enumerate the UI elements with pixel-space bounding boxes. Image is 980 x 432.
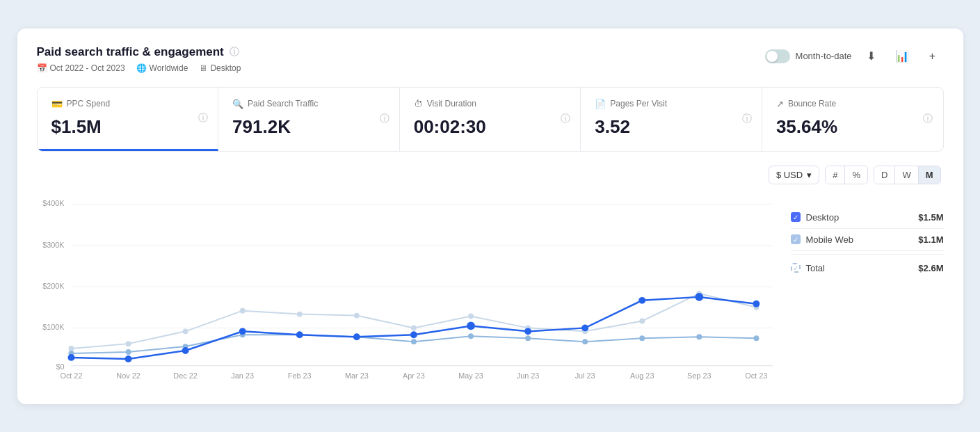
metric-name-bounce_rate: Bounce Rate — [788, 99, 836, 109]
metric-value-ppc_spend: $1.5M — [51, 116, 204, 138]
legend-total-checkbox[interactable]: ✓ — [791, 263, 801, 273]
header-right: Month-to-date ⬇ 📊 + — [765, 45, 944, 67]
metric-icon-bounce_rate: ↗ — [776, 99, 784, 109]
mobile-web-dot — [468, 333, 474, 339]
svg-text:Jan 23: Jan 23 — [231, 371, 254, 379]
total-dot — [410, 325, 416, 330]
metric-info-icon-paid_search_traffic[interactable]: ⓘ — [380, 113, 389, 125]
metric-icon-ppc_spend: 💳 — [51, 99, 63, 109]
percent-view-button[interactable]: % — [845, 166, 867, 184]
svg-text:Apr 23: Apr 23 — [402, 371, 424, 379]
title-row: Paid search traffic & engagement ⓘ — [37, 45, 241, 59]
chart-svg-wrap: $400K $300K $200K $100K $0 — [37, 193, 780, 390]
header: Paid search traffic & engagement ⓘ 📅 Oct… — [37, 45, 944, 73]
total-dot — [639, 318, 645, 323]
chart-container: $400K $300K $200K $100K $0 — [37, 193, 944, 390]
svg-text:May 23: May 23 — [458, 371, 483, 379]
svg-text:$0: $0 — [56, 362, 64, 370]
metric-label-visit_duration: ⏱ Visit Duration — [414, 99, 567, 109]
metric-label-ppc_spend: 💳 PPC Spend — [51, 99, 204, 109]
metrics-row: 💳 PPC Spend $1.5M ⓘ 🔍 Paid Search Traffi… — [37, 87, 944, 152]
device-meta: 🖥 Desktop — [199, 63, 241, 73]
desktop-dot — [524, 328, 531, 335]
chart-svg: $400K $300K $200K $100K $0 — [37, 193, 780, 387]
toggle-label: Month-to-date — [796, 51, 852, 61]
download-button[interactable]: ⬇ — [860, 45, 883, 67]
title-info-icon[interactable]: ⓘ — [230, 46, 239, 58]
month-view-button[interactable]: M — [919, 166, 940, 184]
metric-name-paid_search_traffic: Paid Search Traffic — [248, 99, 318, 109]
svg-text:Jun 23: Jun 23 — [516, 371, 539, 379]
hash-view-button[interactable]: # — [826, 166, 845, 184]
metric-name-visit_duration: Visit Duration — [427, 99, 476, 109]
mobile-web-dot — [696, 334, 702, 339]
legend-mobile-checkbox[interactable]: ✓ — [791, 234, 801, 244]
total-dot — [182, 328, 188, 334]
month-to-date-toggle[interactable] — [765, 49, 790, 63]
chart-area: $ USD ▾ # % D W M $400K $300K $200K $100 — [37, 166, 944, 390]
metric-name-ppc_spend: PPC Spend — [67, 99, 111, 109]
desktop-dot — [753, 300, 760, 307]
metric-label-pages_per_visit: 📄 Pages Per Visit — [595, 99, 748, 109]
metric-info-icon-visit_duration[interactable]: ⓘ — [561, 113, 570, 125]
legend-total-value: $2.6M — [918, 263, 943, 273]
legend-desktop-checkbox[interactable]: ✓ — [791, 212, 801, 222]
currency-select[interactable]: $ USD ▾ — [769, 166, 819, 184]
total-dot — [68, 346, 74, 351]
mobile-web-dot — [125, 349, 131, 355]
legend-item-mobile-web: ✓ Mobile Web $1.1M — [791, 229, 944, 251]
svg-text:$400K: $400K — [42, 199, 65, 207]
metric-value-visit_duration: 00:02:30 — [414, 116, 567, 138]
chart-controls: $ USD ▾ # % D W M — [37, 166, 944, 184]
svg-text:Feb 23: Feb 23 — [287, 371, 311, 379]
svg-text:Sep 23: Sep 23 — [687, 371, 711, 379]
month-to-date-toggle-wrap: Month-to-date — [765, 49, 852, 63]
desktop-dot — [467, 321, 475, 330]
mobile-web-dot — [582, 339, 588, 344]
desktop-dot — [410, 331, 417, 338]
meta-row: 📅 Oct 2022 - Oct 2023 🌐 Worldwide 🖥 Desk… — [37, 63, 241, 73]
metric-info-icon-ppc_spend[interactable]: ⓘ — [198, 112, 208, 125]
excel-export-button[interactable]: 📊 — [891, 45, 913, 67]
metric-value-bounce_rate: 35.64% — [776, 116, 929, 138]
desktop-dot — [124, 355, 131, 362]
view-btn-group: # % — [825, 166, 868, 184]
metric-name-pages_per_visit: Pages Per Visit — [610, 99, 667, 109]
metric-card-paid_search_traffic[interactable]: 🔍 Paid Search Traffic 791.2K ⓘ — [218, 88, 400, 151]
desktop-dot — [581, 324, 588, 331]
metric-value-paid_search_traffic: 791.2K — [232, 116, 385, 138]
svg-text:Oct 22: Oct 22 — [60, 371, 82, 379]
metric-icon-paid_search_traffic: 🔍 — [232, 99, 243, 109]
metric-info-icon-pages_per_visit[interactable]: ⓘ — [742, 113, 752, 125]
week-view-button[interactable]: W — [895, 166, 918, 184]
metric-card-ppc_spend[interactable]: 💳 PPC Spend $1.5M ⓘ — [38, 88, 219, 151]
metric-card-visit_duration[interactable]: ⏱ Visit Duration 00:02:30 ⓘ — [400, 88, 581, 151]
svg-text:$100K: $100K — [42, 323, 65, 331]
legend-total-name: Total — [806, 263, 825, 273]
main-card: Paid search traffic & engagement ⓘ 📅 Oct… — [17, 29, 963, 404]
metric-card-bounce_rate[interactable]: ↗ Bounce Rate 35.64% ⓘ — [762, 88, 943, 151]
calendar-icon: 📅 — [37, 63, 47, 73]
total-dot — [353, 312, 359, 318]
total-dot — [296, 311, 302, 317]
desktop-dot — [67, 353, 74, 360]
metric-label-bounce_rate: ↗ Bounce Rate — [776, 99, 929, 109]
currency-label: $ USD — [776, 170, 803, 180]
legend-desktop-value: $1.5M — [918, 212, 943, 223]
legend-mobile-name: Mobile Web — [806, 234, 853, 245]
mobile-web-dot — [525, 335, 531, 341]
region-label: Worldwide — [150, 63, 188, 73]
total-dot — [468, 313, 474, 319]
mobile-web-dot — [753, 335, 759, 341]
header-left: Paid search traffic & engagement ⓘ 📅 Oct… — [37, 45, 241, 73]
metric-card-pages_per_visit[interactable]: 📄 Pages Per Visit 3.52 ⓘ — [581, 88, 762, 151]
day-view-button[interactable]: D — [874, 166, 895, 184]
chart-legend: ✓ Desktop $1.5M ✓ Mobile Web $1.1M ✓ — [791, 193, 944, 390]
legend-desktop-left: ✓ Desktop — [791, 212, 840, 223]
region-meta: 🌐 Worldwide — [136, 63, 188, 73]
add-button[interactable]: + — [922, 45, 944, 67]
desktop-dot — [638, 296, 645, 303]
metric-info-icon-bounce_rate[interactable]: ⓘ — [923, 113, 933, 125]
metric-label-paid_search_traffic: 🔍 Paid Search Traffic — [232, 99, 385, 109]
legend-mobile-value: $1.1M — [918, 234, 943, 245]
